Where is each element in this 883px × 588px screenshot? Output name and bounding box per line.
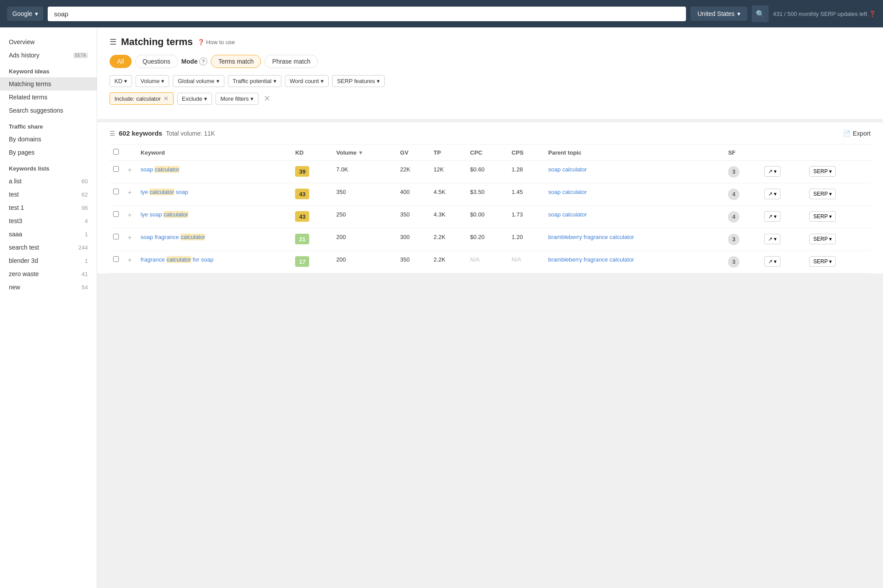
tab-terms-match[interactable]: Terms match (211, 55, 261, 68)
kd-cell: 21 (292, 228, 333, 251)
add-keyword-button[interactable]: + (126, 166, 133, 174)
export-button[interactable]: 📄 Export (843, 130, 871, 137)
th-cpc: CPC (466, 144, 508, 161)
menu-icon[interactable]: ☰ (110, 37, 117, 47)
sidebar-item-ads-history[interactable]: Ads history BETA (0, 49, 97, 62)
serp-label: SERP (813, 236, 828, 242)
sidebar-item-kw-list-6[interactable]: blender 3d1 (0, 254, 97, 267)
add-keyword-button[interactable]: + (126, 211, 133, 219)
page-title-row: ☰ Matching terms ❓ How to use (110, 36, 871, 48)
keyword-link[interactable]: soap fragrance calculator (140, 234, 288, 240)
how-to-use-link[interactable]: ❓ How to use (197, 39, 235, 46)
trend-button[interactable]: ↗ ▾ (764, 189, 781, 199)
filter-kd[interactable]: KD ▾ (110, 75, 132, 87)
trend-button[interactable]: ↗ ▾ (764, 166, 781, 177)
serp-button[interactable]: SERP ▾ (809, 256, 836, 267)
parent-topic-link[interactable]: soap calculator (548, 189, 587, 195)
country-selector[interactable]: United States ▾ (690, 7, 747, 21)
parent-topic-link[interactable]: soap calculator (548, 211, 587, 218)
filter-more[interactable]: More filters ▾ (216, 93, 258, 105)
parent-topic-link[interactable]: soap calculator (548, 166, 587, 173)
table-body: + soap calculator 39 7.0K 22K 12K $0.60 … (110, 161, 871, 273)
row-checkbox[interactable] (113, 189, 119, 194)
tab-questions[interactable]: Questions (135, 55, 178, 68)
clear-all-filters-button[interactable]: ✕ (264, 94, 270, 103)
remove-include-filter-button[interactable]: ✕ (163, 95, 169, 102)
wc-chevron-icon: ▾ (321, 78, 324, 84)
row-checkbox[interactable] (113, 234, 119, 239)
keyword-link[interactable]: fragrance calculator for soap (140, 256, 288, 263)
sidebar-item-kw-list-3[interactable]: test34 (0, 214, 97, 228)
add-keyword-button[interactable]: + (126, 189, 133, 196)
filter-global-volume[interactable]: Global volume ▾ (173, 75, 224, 87)
keyword-link[interactable]: lye soap calculator (140, 211, 288, 218)
sidebar-item-kw-list-7[interactable]: zero waste41 (0, 267, 97, 281)
th-serp (806, 144, 871, 161)
th-keyword: Keyword (137, 144, 292, 161)
engine-selector[interactable]: Google ▾ (7, 7, 43, 21)
parent-topic-cell: brambleberry fragrance calculator (545, 251, 724, 273)
th-volume[interactable]: Volume ▾ (333, 144, 396, 161)
sidebar-item-matching-terms[interactable]: Matching terms (0, 77, 97, 91)
question-icon: ❓ (197, 39, 205, 46)
select-all-checkbox[interactable] (113, 149, 119, 155)
filter-serp-features[interactable]: SERP features ▾ (332, 75, 385, 87)
serp-button[interactable]: SERP ▾ (809, 189, 836, 199)
trend-button[interactable]: ↗ ▾ (764, 234, 781, 244)
parent-topic-link[interactable]: brambleberry fragrance calculator (548, 234, 634, 240)
trend-chevron: ▾ (774, 191, 777, 197)
sidebar-item-related-terms[interactable]: Related terms (0, 91, 97, 104)
row-checkbox[interactable] (113, 256, 119, 262)
info-icon[interactable]: ❓ (869, 11, 876, 17)
sidebar-section-keywords-lists: Keywords lists (0, 159, 97, 175)
results-section: ☰ 602 keywords Total volume: 11K 📄 Expor… (97, 122, 883, 273)
filter-traffic-potential[interactable]: Traffic potential ▾ (228, 75, 281, 87)
tp-cell: 4.3K (430, 206, 467, 228)
mode-help-icon[interactable]: ? (199, 57, 207, 65)
serp-chevron: ▾ (829, 213, 832, 220)
sidebar-item-kw-list-8[interactable]: new54 (0, 281, 97, 294)
keyword-link[interactable]: lye calculator soap (140, 189, 288, 195)
keyword-link[interactable]: soap calculator (140, 166, 288, 173)
serp-button[interactable]: SERP ▾ (809, 166, 836, 177)
add-keyword-button[interactable]: + (126, 234, 133, 241)
kd-badge: 39 (295, 166, 309, 177)
parent-topic-link[interactable]: brambleberry fragrance calculator (548, 256, 634, 263)
row-checkbox[interactable] (113, 166, 119, 172)
sidebar-item-kw-list-5[interactable]: search test244 (0, 241, 97, 254)
parent-topic-cell: soap calculator (545, 161, 724, 183)
row-checkbox[interactable] (113, 211, 119, 217)
sidebar-item-overview[interactable]: Overview (0, 35, 97, 49)
gv-cell: 300 (397, 228, 430, 251)
kd-badge: 43 (295, 189, 309, 199)
tab-phrase-match[interactable]: Phrase match (265, 55, 318, 68)
sidebar: Overview Ads history BETA Keyword ideas … (0, 27, 97, 588)
sidebar-item-kw-list-0[interactable]: a list60 (0, 175, 97, 188)
sidebar-item-kw-list-4[interactable]: saaa1 (0, 228, 97, 241)
view-tabs: All Questions Mode ? Terms match Phrase … (110, 55, 871, 68)
sidebar-item-search-suggestions[interactable]: Search suggestions (0, 104, 97, 117)
export-icon: 📄 (843, 130, 850, 137)
search-input[interactable] (54, 10, 680, 18)
sidebar-item-kw-list-2[interactable]: test 196 (0, 201, 97, 214)
serp-button[interactable]: SERP ▾ (809, 234, 836, 244)
filter-exclude[interactable]: Exclude ▾ (177, 93, 212, 105)
filter-word-count[interactable]: Word count ▾ (285, 75, 329, 87)
tab-all[interactable]: All (110, 55, 132, 68)
sidebar-item-by-pages[interactable]: By pages (0, 146, 97, 159)
results-menu-icon[interactable]: ☰ (110, 130, 115, 137)
search-input-wrap (48, 7, 686, 21)
filter-volume[interactable]: Volume ▾ (136, 75, 169, 87)
results-total-volume: Total volume: 11K (166, 130, 215, 137)
kd-cell: 43 (292, 183, 333, 206)
serp-button[interactable]: SERP ▾ (809, 211, 836, 222)
sidebar-item-kw-list-1[interactable]: test62 (0, 188, 97, 201)
search-button[interactable]: 🔍 (752, 5, 769, 22)
trend-button[interactable]: ↗ ▾ (764, 211, 781, 222)
add-keyword-button[interactable]: + (126, 256, 133, 264)
keywords-table: Keyword KD Volume ▾ GV TP CPC CPS Parent… (110, 144, 871, 273)
table-row: + soap fragrance calculator 21 200 300 2… (110, 228, 871, 251)
trend-button[interactable]: ↗ ▾ (764, 256, 781, 267)
serp-label: SERP (813, 168, 828, 175)
sidebar-item-by-domains[interactable]: By domains (0, 133, 97, 146)
